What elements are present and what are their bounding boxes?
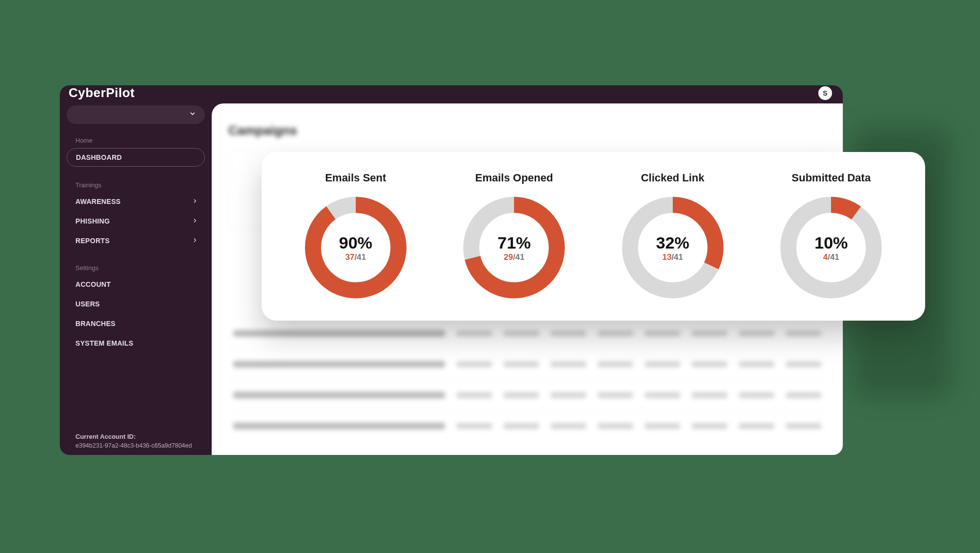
sidebar: Home DASHBOARD Trainings AWARENESS PHISH… [60,101,212,455]
metric-title: Emails Opened [475,172,553,184]
metric-emails-opened: Emails Opened 71% 29/41 [435,172,594,301]
titlebar: CyberPilot S [60,85,843,101]
page-title: Campaigns [228,123,826,138]
metric-fraction: 4/41 [823,252,839,262]
metric-title: Submitted Data [792,172,871,184]
account-id-value: e394b231-97a2-48c3-b436-c65a9d7804ed [75,442,202,449]
metric-fraction: 13/41 [662,252,683,262]
sidebar-item-label: REPORTS [75,237,110,245]
metric-emails-sent: Emails Sent 90% 37/41 [276,172,435,301]
metric-percent: 10% [814,233,848,252]
metric-clicked-link: Clicked Link 32% 13/41 [593,172,752,301]
metric-fraction: 37/41 [345,252,366,262]
sidebar-item-label: USERS [75,300,100,308]
avatar[interactable]: S [818,86,832,100]
sidebar-section-home: Home [67,134,205,147]
sidebar-item-label: DASHBOARD [76,153,122,161]
sidebar-section-settings: Settings [67,261,205,275]
chevron-right-icon [192,198,198,205]
sidebar-item-account[interactable]: ACCOUNT [67,276,205,293]
metric-title: Clicked Link [641,172,705,184]
sidebar-item-label: ACCOUNT [75,280,111,288]
sidebar-item-phishing[interactable]: PHISHING [67,212,205,230]
sidebar-item-label: SYSTEM EMAILS [75,339,133,347]
metric-percent: 32% [656,233,689,252]
sidebar-item-label: PHISHING [75,217,110,225]
sidebar-item-users[interactable]: USERS [67,295,205,313]
metric-fraction: 29/41 [504,252,525,262]
account-id-label: Current Account ID: [75,433,202,440]
sidebar-section-trainings: Trainings [67,178,205,192]
sidebar-item-label: AWARENESS [75,198,121,205]
metric-percent: 71% [497,233,531,252]
sidebar-item-awareness[interactable]: AWARENESS [67,193,205,210]
sidebar-item-branches[interactable]: BRANCHES [67,315,205,332]
donut-chart: 90% 37/41 [302,194,409,301]
donut-chart: 10% 4/41 [778,194,884,301]
sidebar-item-dashboard[interactable]: DASHBOARD [67,148,205,167]
sidebar-item-reports[interactable]: REPORTS [67,232,205,250]
donut-chart: 32% 13/41 [619,194,726,301]
metric-percent: 90% [339,233,372,252]
org-selector[interactable] [67,105,205,124]
account-id-block: Current Account ID: e394b231-97a2-48c3-b… [67,433,205,452]
metrics-card: Emails Sent 90% 37/41 Emails Opened 71% [262,152,925,321]
brand-logo: CyberPilot [69,85,135,101]
donut-chart: 71% 29/41 [461,194,567,301]
chevron-right-icon [192,217,198,225]
metric-submitted-data: Submitted Data 10% 4/41 [752,172,911,301]
chevron-right-icon [192,237,198,245]
chevron-down-icon [189,110,196,119]
metric-title: Emails Sent [325,172,386,184]
sidebar-item-label: BRANCHES [75,320,116,327]
sidebar-item-system-emails[interactable]: SYSTEM EMAILS [67,334,205,352]
